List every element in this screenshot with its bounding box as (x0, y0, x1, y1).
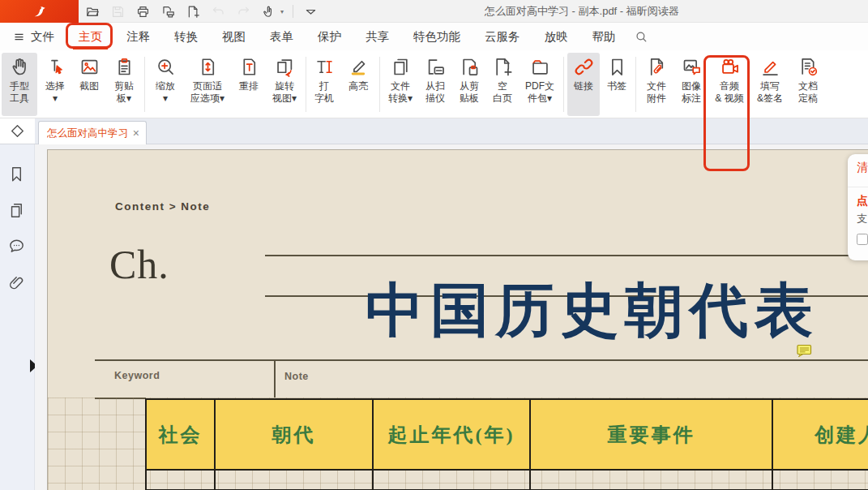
touch-mode-button[interactable] (260, 3, 276, 19)
menu-tab-帮助[interactable]: 帮助 (580, 23, 628, 50)
menu-tab-云服务[interactable]: 云服务 (472, 23, 532, 50)
pages-icon (7, 201, 26, 220)
new-page-button[interactable] (185, 3, 201, 19)
open-button[interactable] (84, 3, 100, 19)
diamond-icon[interactable] (9, 122, 26, 140)
image-annotation-button[interactable]: 图像标注 (675, 53, 708, 116)
typewriter-button[interactable]: 打字机 (310, 53, 339, 116)
print-button[interactable] (135, 3, 151, 19)
pdf-page: Content > Note Ch. 中国历史朝代表 Keyword Note … (47, 149, 868, 490)
select-button[interactable]: 选择▾ (39, 53, 71, 116)
save-button[interactable] (109, 3, 126, 19)
menu-tab-视图[interactable]: 视图 (210, 23, 258, 50)
menu-tab-保护[interactable]: 保护 (306, 23, 353, 50)
menu-tab-注释[interactable]: 注释 (114, 23, 162, 50)
table-header-cell: 朝代 (216, 400, 374, 469)
button-label: 文件附件 (647, 80, 666, 105)
note-label: Note (284, 371, 309, 382)
from-scanner-button[interactable]: 从扫描仪 (419, 53, 451, 116)
ruled-line (95, 359, 868, 361)
navigation-sidebar (0, 144, 35, 490)
zoom-button[interactable]: 缩放▾ (148, 53, 182, 116)
right-panel-action[interactable]: 清 (857, 161, 868, 175)
table-body-cell (531, 471, 773, 490)
search-icon[interactable] (635, 30, 648, 44)
undo-button[interactable] (210, 3, 226, 19)
print-icon (135, 4, 151, 19)
tab-strip-left (0, 118, 35, 144)
file-attachment-button[interactable]: 文件附件 (639, 53, 673, 116)
hand-tool-button[interactable]: 手型工具 (2, 53, 37, 116)
fill-sign-button[interactable]: 填写&签名 (751, 53, 789, 116)
highlight-button[interactable]: 高亮 (340, 53, 376, 116)
audio-video-button[interactable]: 音频& 视频 (709, 53, 750, 116)
right-panel-highlight-text: 点 (857, 194, 868, 208)
fit-page-button[interactable]: 页面适应选项▾ (184, 53, 231, 116)
link-button[interactable]: 链接 (567, 53, 600, 116)
ribbon-toolbar: 手型工具选择▾截图剪贴板▾缩放▾页面适应选项▾重排旋转视图▾打字机高亮文件转换▾… (0, 50, 868, 118)
button-label: 截图 (79, 80, 99, 92)
folder-open-icon (85, 4, 100, 19)
reflow-button[interactable]: 重排 (233, 53, 265, 116)
finalize-button[interactable]: 文档定稿 (790, 53, 826, 116)
convert-button[interactable]: 文件转换▾ (383, 53, 417, 116)
customize-toolbar-button[interactable] (302, 3, 319, 19)
snapshot-button[interactable]: 截图 (73, 53, 105, 116)
foxit-logo[interactable] (0, 0, 79, 23)
menu-tab-转换[interactable]: 转换 (162, 23, 210, 50)
reflow-icon (238, 56, 260, 78)
dynasty-table: 社会朝代起止年代(年)重要事件创建人 (145, 398, 868, 490)
comments-panel-button[interactable] (7, 237, 27, 256)
attachment-icon (646, 56, 668, 78)
blank-page-icon (492, 56, 514, 78)
from-clipboard-button[interactable]: 从剪贴板 (453, 53, 485, 116)
blank-page-button[interactable]: 空白页 (487, 53, 518, 116)
menu-tab-放映[interactable]: 放映 (532, 23, 580, 50)
menu-tab-特色功能[interactable]: 特色功能 (401, 23, 472, 50)
attachments-panel-button[interactable] (7, 273, 27, 293)
ribbon-group: 手型工具选择▾截图剪贴板▾ (2, 53, 141, 116)
document-tab[interactable]: 怎么面对高中学习... × (38, 121, 147, 144)
close-icon[interactable]: × (133, 127, 139, 139)
typewriter-icon (314, 56, 336, 78)
foxit-reader-window: ▾ 怎么面对高中学习 - 副本.pdf - 福昕阅读器 文件 主页注释转换视图表… (0, 0, 868, 490)
menu-tab-主页[interactable]: 主页 (66, 23, 114, 50)
keyword-label: Keyword (114, 370, 160, 381)
bookmark-button[interactable]: 书签 (601, 53, 632, 116)
bookmarks-panel-button[interactable] (7, 165, 27, 184)
file-menu-button[interactable]: 文件 (0, 29, 66, 45)
ribbon-group-separator (144, 57, 145, 112)
right-panel-sub-text: 支 (857, 212, 867, 226)
table-header-row: 社会朝代起止年代(年)重要事件创建人 (147, 400, 868, 469)
menu-tab-表单[interactable]: 表单 (258, 23, 306, 50)
page-title: 中国历史朝代表 (366, 280, 819, 342)
keyword-note-divider (274, 361, 276, 398)
pdf-portfolio-button[interactable]: PDF文件包▾ (520, 53, 560, 116)
right-panel-checkbox[interactable] (857, 234, 868, 245)
print-page-button[interactable] (160, 3, 176, 19)
button-label: 文档定稿 (798, 80, 818, 105)
clipboard-button[interactable]: 剪贴板▾ (107, 53, 141, 116)
button-label: 打字机 (314, 80, 334, 105)
button-label: 文件转换▾ (388, 80, 413, 105)
table-header-cell: 社会 (147, 400, 216, 469)
ribbon-group-separator (306, 57, 306, 112)
table-header-cell: 起止年代(年) (374, 400, 531, 469)
qat-separator (293, 5, 293, 18)
button-label: 填写&签名 (757, 80, 783, 105)
button-label: 手型工具 (10, 80, 29, 105)
sticky-note-icon[interactable] (797, 344, 812, 358)
menu-tab-共享[interactable]: 共享 (353, 23, 401, 50)
from-clipboard-icon (459, 56, 481, 78)
redo-button[interactable] (235, 3, 251, 19)
snapshot-icon (79, 56, 100, 78)
link-icon (573, 56, 595, 78)
table-body-cell (374, 471, 531, 490)
ribbon-group: 缩放▾页面适应选项▾重排旋转视图▾ (148, 53, 302, 116)
button-label: 空白页 (493, 80, 512, 105)
pages-panel-button[interactable] (7, 201, 27, 221)
title-bar: ▾ 怎么面对高中学习 - 副本.pdf - 福昕阅读器 (0, 0, 868, 23)
audio-video-icon (719, 56, 741, 78)
button-label: 重排 (239, 80, 259, 92)
rotate-view-button[interactable]: 旋转视图▾ (267, 53, 302, 116)
